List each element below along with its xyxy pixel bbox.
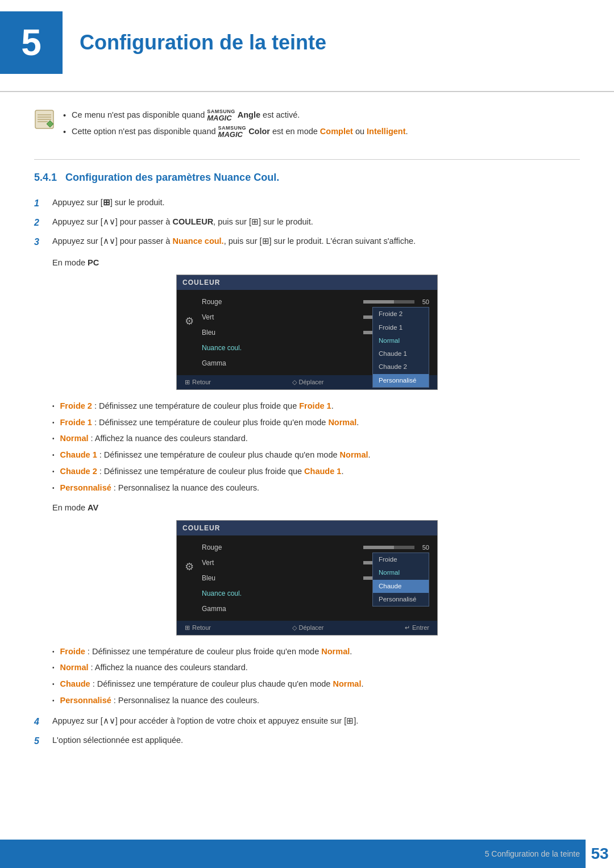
monitor-av-left: ⚙ xyxy=(185,541,194,615)
menu-bar-fill-rouge-pc xyxy=(363,300,414,304)
dropdown-chaude-av: Chaude xyxy=(373,580,429,593)
divider xyxy=(34,159,580,160)
bullet-dot: • xyxy=(52,467,55,476)
step-text-3: Appuyez sur [∧∨] pour passer à Nuance co… xyxy=(52,235,580,249)
dropdown-froide2-pc: Froide 2 xyxy=(373,308,429,321)
av-bullet-personnalise-text: Personnalisé : Personnalisez la nuance d… xyxy=(60,695,260,707)
monitor-pc-body: ⚙ Rouge 50 Vert 50 xyxy=(177,290,437,375)
menu-label-gamma-pc: Gamma xyxy=(202,358,226,368)
section-title-text: Configuration des paramètres Nuance Coul… xyxy=(65,172,279,183)
menu-number-rouge-pc: 50 xyxy=(418,297,429,307)
notice-line-2: • Cette option n'est pas disponible quan… xyxy=(63,126,580,139)
retour-pc: ⊞ Retour xyxy=(185,377,211,387)
dropdown-normal-pc: Normal xyxy=(373,334,429,347)
av-bullet-normal: • Normal : Affichez la nuance des couleu… xyxy=(52,662,580,674)
section-number: 5.4.1 xyxy=(34,172,57,183)
entrer-label-av: Entrer xyxy=(412,623,429,633)
footer-page-number: 53 xyxy=(586,840,614,868)
dropdown-froide1-pc: Froide 1 xyxy=(373,321,429,334)
bullet-dot: • xyxy=(52,484,55,492)
pc-bullet-chaude1: • Chaude 1 : Définissez une température … xyxy=(52,449,580,462)
section-title: 5.4.1 Configuration des paramètres Nuanc… xyxy=(34,170,580,185)
notice-box: • Ce menu n'est pas disponible quand SAM… xyxy=(34,109,580,142)
pc-bullet-personnalise-text: Personnalisé : Personnalisez la nuance d… xyxy=(60,482,260,495)
menu-label-vert-av: Vert xyxy=(202,558,214,568)
bullet-dot: • xyxy=(52,434,55,443)
menu-label-gamma-av: Gamma xyxy=(202,604,226,614)
step-number-5: 5 xyxy=(34,734,45,748)
av-bullet-normal-text: Normal : Affichez la nuance des couleurs… xyxy=(60,662,248,674)
chapter-number: 5 xyxy=(0,11,63,74)
deplacer-icon-av: ◇ xyxy=(292,623,297,633)
pc-bullet-froide2-text: Froide 2 : Définissez une température de… xyxy=(60,400,334,413)
dropdown-personnalise-av: Personnalisé xyxy=(373,593,429,606)
notice-text-2: Cette option n'est pas disponible quand … xyxy=(72,126,408,138)
step-text-4: Appuyez sur [∧∨] pour accéder à l'option… xyxy=(52,715,580,729)
retour-label-pc: Retour xyxy=(192,377,211,387)
page-footer: 5 Configuration de la teinte 53 xyxy=(0,840,614,868)
step-text-1: Appuyez sur [⊞] sur le produit. xyxy=(52,197,580,210)
deplacer-icon-pc: ◇ xyxy=(292,377,297,387)
footer-chapter-label: 5 Configuration de la teinte xyxy=(485,848,580,860)
menu-bar-rouge-av: 50 xyxy=(363,543,429,553)
menu-label-nuance-pc: Nuance coul. xyxy=(202,343,242,353)
mode-av-bold: AV xyxy=(88,503,98,512)
av-bullet-chaude-text: Chaude : Définissez une température de c… xyxy=(60,678,364,691)
retour-av: ⊞ Retour xyxy=(185,623,211,633)
notice-text-1: Ce menu n'est pas disponible quand SAMSU… xyxy=(72,109,300,122)
pc-bullet-froide1: • Froide 1 : Définissez une température … xyxy=(52,417,580,429)
menu-label-vert-pc: Vert xyxy=(202,312,214,322)
notice-line-1: • Ce menu n'est pas disponible quand SAM… xyxy=(63,109,580,122)
deplacer-label-pc: Déplacer xyxy=(299,377,324,387)
deplacer-label-av: Déplacer xyxy=(299,623,324,633)
mode-pc-label: En mode PC xyxy=(52,257,580,269)
menu-bar-rouge-pc: 50 xyxy=(363,297,429,307)
av-bullet-list: • Froide : Définissez une température de… xyxy=(52,646,580,707)
monitor-pc-left: ⚙ xyxy=(185,296,194,369)
menu-label-bleu-pc: Bleu xyxy=(202,327,215,338)
step-5: 5 L'option sélectionnée est appliquée. xyxy=(34,734,580,748)
bullet-dot: • xyxy=(52,647,55,656)
bullet-dot: • xyxy=(52,418,55,427)
step-text-2: Appuyez sur [∧∨] pour passer à COULEUR, … xyxy=(52,216,580,230)
mode-av-label: En mode AV xyxy=(52,502,580,514)
step-number-4: 4 xyxy=(34,715,45,729)
bullet-dot: • xyxy=(52,451,55,459)
menu-label-nuance-av: Nuance coul. xyxy=(202,588,242,599)
retour-label-av: Retour xyxy=(192,623,211,633)
samsung-magic-angle: SAMSUNGMAGIC xyxy=(207,109,235,122)
pc-bullet-chaude2-text: Chaude 2 : Définissez une température de… xyxy=(60,466,344,478)
pc-bullet-list: • Froide 2 : Définissez une température … xyxy=(52,400,580,495)
monitor-av-body: ⚙ Rouge 50 Vert 50 xyxy=(177,535,437,621)
bullet-dot: • xyxy=(52,696,55,705)
av-bullet-froide: • Froide : Définissez une température de… xyxy=(52,646,580,658)
step-number-2: 2 xyxy=(34,216,45,230)
monitor-av-title: COULEUR xyxy=(177,521,437,535)
monitor-av-bottom: ⊞ Retour ◇ Déplacer ↵ Entrer xyxy=(177,621,437,635)
menu-label-rouge-pc: Rouge xyxy=(202,297,222,307)
step-4: 4 Appuyez sur [∧∨] pour accéder à l'opti… xyxy=(34,715,580,729)
menu-row-rouge-pc: Rouge 50 xyxy=(202,296,429,308)
monitor-pc-mockup: COULEUR ⚙ Rouge 50 Vert xyxy=(176,275,438,390)
dropdown-chaude1-pc: Chaude 1 xyxy=(373,347,429,360)
dropdown-chaude2-pc: Chaude 2 xyxy=(373,360,429,373)
step-3: 3 Appuyez sur [∧∨] pour passer à Nuance … xyxy=(34,235,580,249)
settings-icon-av: ⚙ xyxy=(185,559,194,575)
step-number-3: 3 xyxy=(34,235,45,249)
av-bullet-personnalise: • Personnalisé : Personnalisez la nuance… xyxy=(52,695,580,707)
bullet-1: • xyxy=(63,110,66,122)
step-text-5: L'option sélectionnée est appliquée. xyxy=(52,734,580,748)
chapter-title: Configuration de la teinte xyxy=(80,27,326,58)
chapter-header: 5 Configuration de la teinte xyxy=(0,0,614,92)
retour-icon-pc: ⊞ xyxy=(185,377,190,387)
dropdown-pc: Froide 2 Froide 1 Normal Chaude 1 Chaude… xyxy=(372,307,429,388)
entrer-av: ↵ Entrer xyxy=(405,623,429,633)
menu-label-rouge-av: Rouge xyxy=(202,542,222,553)
pc-bullet-froide1-text: Froide 1 : Définissez une température de… xyxy=(60,417,359,429)
av-bullet-froide-text: Froide : Définissez une température de c… xyxy=(60,646,352,658)
dropdown-normal-av: Normal xyxy=(373,566,429,579)
monitor-av-mockup: COULEUR ⚙ Rouge 50 Vert xyxy=(176,520,438,636)
notice-lines: • Ce menu n'est pas disponible quand SAM… xyxy=(63,109,580,142)
num-rouge-av: 50 xyxy=(418,543,429,553)
pc-bullet-chaude2: • Chaude 2 : Définissez une température … xyxy=(52,466,580,478)
